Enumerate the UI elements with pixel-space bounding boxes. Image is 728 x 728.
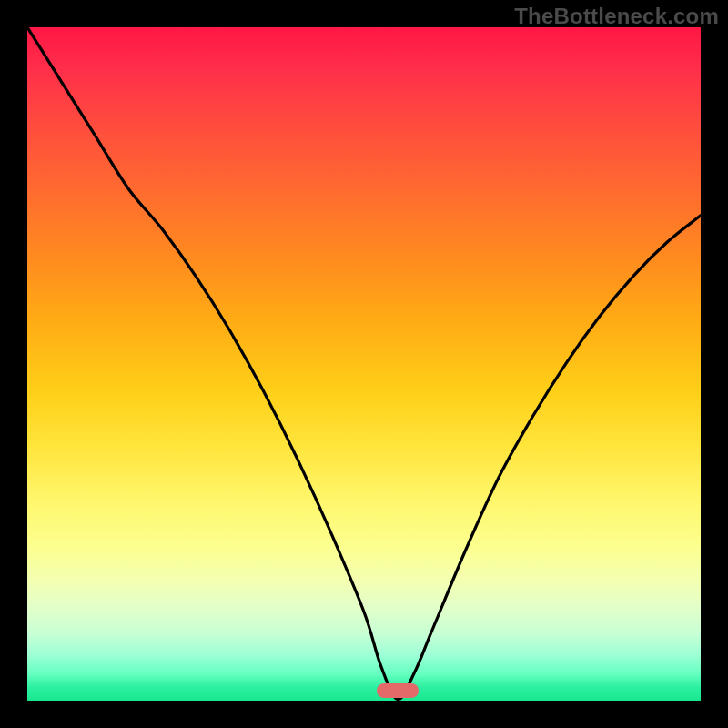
chart-frame: TheBottleneck.com xyxy=(0,0,728,728)
curve-path xyxy=(27,27,701,700)
bottleneck-curve xyxy=(27,27,701,701)
optimal-point-marker xyxy=(377,683,419,698)
watermark-text: TheBottleneck.com xyxy=(514,4,719,29)
plot-area xyxy=(27,27,701,701)
